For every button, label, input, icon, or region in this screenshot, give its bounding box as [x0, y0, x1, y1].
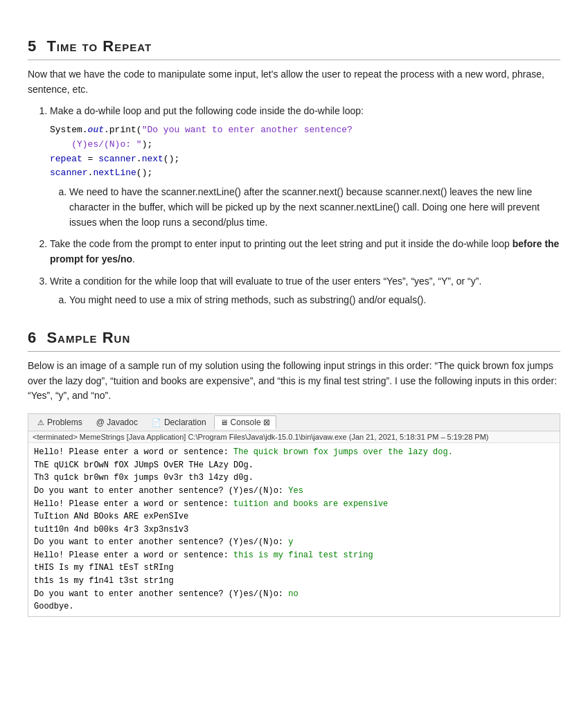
tab-problems[interactable]: ⚠ Problems [31, 415, 89, 429]
console-line-12: Do you want to enter another sentence? (… [34, 588, 554, 601]
console-line-5: Hello! Please enter a word or sentence: … [34, 498, 554, 511]
console-line-9: Hello! Please enter a word or sentence: … [34, 549, 554, 562]
tab-declaration-label: Declaration [164, 418, 206, 427]
declaration-icon: 📄 [152, 418, 161, 427]
tab-declaration[interactable]: 📄 Declaration [145, 415, 213, 429]
list-item-1-sublist: We need to have the scanner.nextLine() a… [69, 185, 560, 230]
problems-icon: ⚠ [37, 418, 44, 427]
list-item-2-text: Take the code from the prompt to enter i… [50, 238, 559, 264]
console-tabs: ⚠ Problems @ Javadoc 📄 Declaration 🖥 Con… [28, 414, 560, 431]
tab-javadoc[interactable]: @ Javadoc [90, 415, 144, 429]
sub-item-3a: You might need to use a mix of string me… [69, 293, 560, 308]
console-icon: 🖥 [220, 418, 228, 427]
tab-console-label: Console ⊠ [231, 418, 270, 427]
section5-intro: Now that we have the code to manipulate … [28, 67, 560, 97]
console-line-1: Hello! Please enter a word or sentence: … [34, 446, 554, 459]
list-item-2: Take the code from the prompt to enter i… [50, 237, 560, 267]
console-line-10: tHIS Is my fINAl tEsT stRIng [34, 562, 554, 575]
console-line-4: Do you want to enter another sentence? (… [34, 485, 554, 498]
code-block-1: System.out.print("Do you want to enter a… [50, 123, 560, 181]
section6-heading: 6 Sample Run [28, 329, 560, 352]
console-line-6: TuItion ANd BOoks ARE exPenSIve [34, 510, 554, 523]
code-line-2: repeat = scanner.next(); [50, 152, 560, 167]
console-body: Hello! Please enter a word or sentence: … [28, 443, 560, 616]
console-line-11: th1s 1s my f1n4l t3st str1ng [34, 575, 554, 588]
section5-title: Time to Repeat [46, 37, 152, 55]
section5-heading: 5 Time to Repeat [28, 37, 560, 60]
console-line-7: tu1t10n 4nd b00ks 4r3 3xp3ns1v3 [34, 523, 554, 537]
console-line-8: Do you want to enter another sentence? (… [34, 536, 554, 549]
list-item-3-sublist: You might need to use a mix of string me… [69, 293, 560, 308]
code-line-3: scanner.nextLine(); [50, 166, 560, 181]
list-item-2-bold: before the prompt for yes/no [50, 238, 559, 264]
list-item-3: Write a condition for the while loop tha… [50, 274, 560, 308]
console-title-bar: <terminated> MemeStrings [Java Applicati… [28, 431, 560, 443]
section6-num: 6 [28, 329, 37, 346]
tab-javadoc-label: @ Javadoc [96, 418, 138, 427]
sub-item-1a: We need to have the scanner.nextLine() a… [69, 185, 560, 230]
console-line-3: Th3 qu1ck br0wn f0x jumps 0v3r th3 l4zy … [34, 472, 554, 485]
console-title-text: <terminated> MemeStrings [Java Applicati… [33, 433, 489, 441]
console-line-2: ThE qUiCK brOwN fOX JUmpS OvER THe LAzy … [34, 459, 554, 472]
section5-num: 5 [28, 37, 37, 55]
console-window: ⚠ Problems @ Javadoc 📄 Declaration 🖥 Con… [28, 413, 560, 617]
list-item-1-text: Make a do-while loop and put the followi… [50, 105, 364, 116]
section6-intro: Below is an image of a sample run of my … [28, 359, 560, 404]
section5-list: Make a do-while loop and put the followi… [50, 104, 560, 308]
section6-title: Sample Run [46, 329, 130, 346]
code-line-1: System.out.print("Do you want to enter a… [50, 123, 560, 152]
list-item-1: Make a do-while loop and put the followi… [50, 104, 560, 230]
tab-problems-label: Problems [47, 418, 82, 427]
console-line-13: Goodbye. [34, 600, 554, 613]
list-item-3-text: Write a condition for the while loop tha… [50, 276, 481, 287]
tab-console[interactable]: 🖥 Console ⊠ [214, 415, 276, 429]
